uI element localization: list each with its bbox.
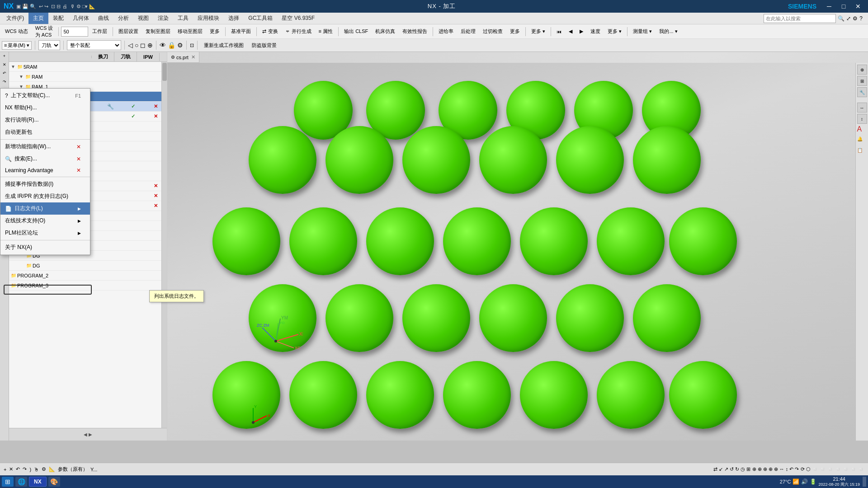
taskbar-paint-button[interactable]: 🎨 [48, 477, 60, 487]
check-cut-button[interactable]: 过切检查 [480, 26, 506, 38]
machine-sim-button[interactable]: 机床仿真 [372, 26, 398, 38]
measure-button[interactable]: 测量组 ▾ [630, 26, 655, 38]
toolbar-icon-5[interactable]: 👁 [160, 42, 166, 49]
status-icon-3[interactable]: ↶ [16, 466, 20, 472]
status-icon-6[interactable]: 🖱 [34, 467, 39, 472]
parallel-generate-button[interactable]: ⫧ 并行生成 [282, 26, 315, 38]
rewind-button[interactable]: ⏮ [553, 26, 565, 38]
menu-gc[interactable]: GC工具箱 [244, 13, 277, 24]
menu-assembly[interactable]: 装配 [48, 13, 68, 24]
workplane-button[interactable]: 工作层 [89, 26, 110, 38]
menu-file[interactable]: 文件(F) [2, 13, 28, 24]
properties-button[interactable]: ≡ 属性 [316, 26, 336, 38]
more-layers-button[interactable]: 更多 [207, 26, 223, 38]
vr-btn-6[interactable]: A [857, 125, 867, 135]
wcs-dynamic-button[interactable]: WCS 动态 [2, 26, 31, 38]
new-features-close[interactable]: ✕ [76, 144, 81, 150]
advance-report-button[interactable]: 有效性报告 [399, 26, 430, 38]
lv-btn-2[interactable]: ✕ [1, 62, 8, 70]
toolbar-icon-3[interactable]: ◻ [140, 42, 146, 49]
vr-btn-4[interactable]: ↔ [857, 103, 867, 113]
clock-display[interactable]: 21:44 2022-08-20 周六 15:19 [818, 476, 860, 488]
toolbar-icon-6[interactable]: 🔒 [168, 42, 175, 49]
popup-learning-advantage[interactable]: Learning Advantage ✕ [0, 165, 90, 176]
play-button[interactable]: ▶ [576, 26, 586, 38]
prev-button[interactable]: ◀ [566, 26, 576, 38]
status-icon-2[interactable]: ✕ [9, 466, 13, 472]
menu-curve[interactable]: 曲线 [94, 13, 113, 24]
taskbar-ie-button[interactable]: 🌐 [15, 477, 27, 487]
refresh-view-button[interactable]: 重新生成工作视图 [201, 39, 247, 51]
popup-log-file[interactable]: 📄 日志文件(L) ▶ [0, 202, 90, 215]
status-icon-1[interactable]: + [4, 467, 6, 472]
menu-tools[interactable]: 工具 [173, 13, 193, 24]
search-close[interactable]: ✕ [76, 156, 81, 162]
toolbar-icon-7[interactable]: ⚙ [177, 42, 183, 49]
expand-icon[interactable]: ⤢ [846, 15, 851, 22]
minimize-button[interactable]: ─ [823, 1, 835, 11]
settings-icon[interactable]: ⚙ [853, 15, 858, 22]
nav-type-select[interactable]: 刀轨 其他 [38, 40, 60, 50]
menu-toggle[interactable]: ≡ 菜单(M) ▾ [2, 41, 32, 50]
vr-btn-7[interactable]: 🔔 [857, 136, 867, 146]
vr-btn-3[interactable]: 🔧 [857, 87, 867, 97]
menu-render[interactable]: 渲染 [153, 13, 173, 24]
status-icon-4[interactable]: ↷ [23, 466, 27, 472]
learning-close[interactable]: ✕ [76, 167, 81, 174]
layer-input[interactable] [61, 27, 88, 37]
menu-view[interactable]: 视图 [133, 13, 153, 24]
view-more-button[interactable]: 更多 ▾ [528, 26, 548, 38]
popup-generate-log[interactable]: 生成 IR/PR 的支持日志(G) [0, 190, 90, 202]
transform-button[interactable]: ⇄ 变换 [259, 26, 281, 38]
popup-search[interactable]: 🔍 搜索(E)... ✕ [0, 153, 90, 165]
lv-btn-1[interactable]: + [1, 54, 8, 61]
vr-btn-5[interactable]: ↕ [857, 114, 867, 124]
nav-arrows[interactable]: ◀ ▶ [84, 432, 92, 437]
close-button[interactable]: ✕ [852, 1, 864, 11]
popup-auto-update[interactable]: 自动更新包 [0, 126, 90, 138]
anim-more-button[interactable]: 更多 ▾ [604, 26, 625, 38]
speed-button[interactable]: 速度 [587, 26, 604, 38]
lv-btn-3[interactable]: ↶ [1, 71, 8, 78]
layer-settings-button[interactable]: 图层设置 [115, 26, 142, 38]
popup-online-support[interactable]: 在线技术支持(O) ▶ [0, 215, 90, 227]
tree-row-dg9[interactable]: 📁DG [9, 261, 167, 271]
menu-appmodule[interactable]: 应用模块 [193, 13, 224, 24]
anti-piracy-button[interactable]: 防盗版背景 [249, 39, 280, 51]
move-to-layer-button[interactable]: 移动至图层 [175, 26, 206, 38]
popup-about-nx[interactable]: 关于 NX(A) [0, 241, 90, 253]
tree-row-prog3[interactable]: 📁PROGRAM_3 [9, 281, 167, 291]
menu-xingkong[interactable]: 星空 V6.935F [277, 13, 319, 24]
menu-geometry[interactable]: 几何体 [68, 13, 94, 24]
toolbar-icon-4[interactable]: ⊕ [147, 42, 153, 49]
start-button[interactable]: ⊞ [2, 477, 14, 487]
help-icon[interactable]: ? [859, 15, 863, 22]
status-icon-8[interactable]: 📐 [49, 466, 55, 472]
toolbar-icon-2[interactable]: ○ [135, 42, 138, 49]
show-desktop-button[interactable] [863, 477, 866, 487]
scope-select[interactable]: 整个装配 [67, 40, 121, 50]
popup-plm-forum[interactable]: PLM社区论坛 ▶ [0, 227, 90, 239]
tree-row-prog2[interactable]: 📁PROGRAM_2 [9, 271, 167, 281]
wcs-set-button[interactable]: WCS 设为 ACS [32, 26, 57, 38]
search-icon[interactable]: 🔍 [838, 15, 844, 22]
viewport-close-button[interactable]: ✕ [191, 54, 195, 60]
popup-release-notes[interactable]: 发行说明(R)... [0, 114, 90, 126]
menu-home[interactable]: 主页 [28, 13, 48, 24]
scrollbar[interactable] [161, 62, 167, 428]
my-button[interactable]: 我的... ▾ [656, 26, 680, 38]
popup-capture-events[interactable]: 捕捉事件报告数据(I) [0, 178, 90, 190]
taskbar-nx-button[interactable]: NX [29, 477, 47, 487]
menu-analysis[interactable]: 分析 [113, 13, 133, 24]
lv-btn-4[interactable]: ↷ [1, 80, 8, 87]
viewport-tab[interactable]: ⚙ cs.prt ✕ [167, 52, 199, 63]
tree-row-ram[interactable]: ▼📁RAM [9, 72, 167, 82]
feed-button[interactable]: 进给率 [435, 26, 457, 38]
vr-btn-1[interactable]: ⊕ [857, 65, 867, 75]
popup-context-help[interactable]: ? 上下文帮助(C)... F1 [0, 89, 90, 102]
popup-nx-help[interactable]: NX 帮助(H)... [0, 102, 90, 114]
popup-new-features[interactable]: 新增功能指南(W)... ✕ [0, 141, 90, 153]
scrollbar-thumb[interactable] [162, 63, 167, 81]
search-input[interactable] [764, 14, 836, 23]
vr-btn-8[interactable]: 📋 [857, 148, 867, 158]
